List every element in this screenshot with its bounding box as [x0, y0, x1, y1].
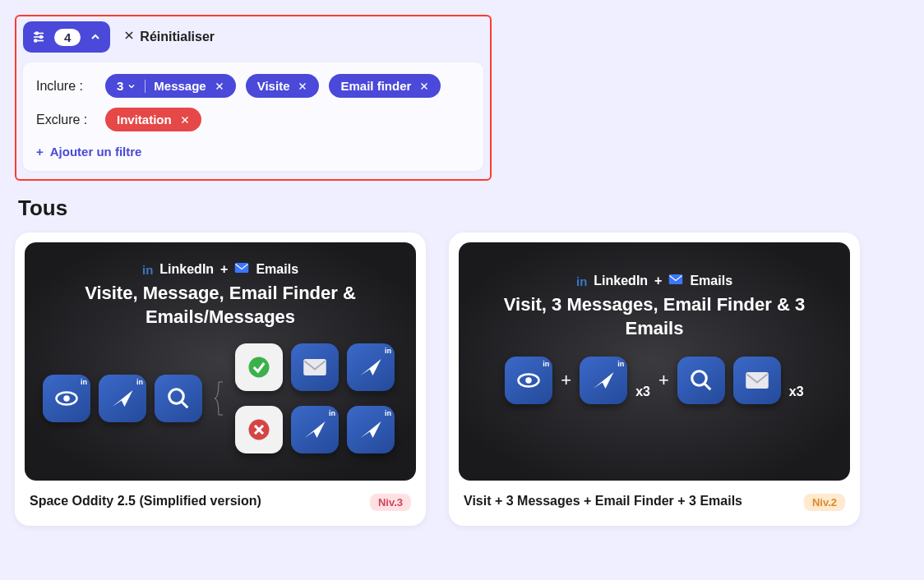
- level-badge: Niv.2: [804, 494, 845, 511]
- chip-remove[interactable]: [298, 81, 307, 91]
- sliders-icon: [31, 30, 46, 44]
- message-icon: in: [99, 375, 146, 422]
- svg-point-5: [35, 39, 37, 42]
- chip-label: Visite: [257, 79, 290, 93]
- hero-emails-label: Emails: [256, 262, 298, 277]
- search-icon: [155, 375, 202, 422]
- svg-point-28: [526, 377, 533, 384]
- svg-point-18: [63, 395, 70, 402]
- hero-title: Visite, Message, Email Finder & Emails/M…: [43, 282, 398, 329]
- message-icon: in: [291, 406, 339, 453]
- plus-icon: +: [36, 145, 44, 159]
- message-icon: in: [580, 357, 627, 404]
- svg-rect-31: [746, 372, 769, 389]
- hero-title: Visit, 3 Messages, Email Finder & 3 Emai…: [477, 293, 832, 340]
- cards-row: in LinkedIn + Emails Visite, Message, Em…: [15, 232, 909, 526]
- filter-header: 4 Réinitialiser: [23, 21, 483, 53]
- exclude-chip-invitation[interactable]: Invitation: [105, 108, 201, 131]
- section-title: Tous: [18, 196, 909, 221]
- visit-icon: in: [43, 375, 90, 422]
- svg-point-3: [40, 36, 43, 39]
- workflow-diagram: in + in x3 + x3: [477, 357, 832, 404]
- chip-dropdown[interactable]: 3: [117, 79, 136, 93]
- svg-line-30: [705, 384, 711, 390]
- include-chip-visite[interactable]: Visite: [246, 74, 320, 98]
- svg-line-20: [182, 402, 188, 408]
- message-icon: in: [347, 343, 395, 391]
- chevron-up-icon: [89, 30, 102, 44]
- hero-linkedin-label: LinkedIn: [594, 274, 648, 288]
- message-icon: in: [347, 406, 395, 453]
- email-icon: [291, 343, 339, 391]
- template-card[interactable]: in LinkedIn + Emails Visit, 3 Messages, …: [449, 232, 860, 526]
- svg-point-29: [692, 371, 707, 386]
- multiplier-label: x3: [789, 384, 804, 399]
- envelope-icon: [668, 274, 683, 288]
- chip-dropdown-value: 3: [117, 79, 123, 93]
- chip-remove[interactable]: [419, 81, 429, 91]
- email-icon: [733, 357, 781, 404]
- exclude-label: Exclure :: [36, 113, 95, 127]
- hero-channels: in LinkedIn + Emails: [43, 262, 398, 277]
- card-footer: Space Oddity 2.5 (Simplified version) Ni…: [15, 490, 426, 526]
- close-icon: [123, 30, 135, 44]
- card-hero: in LinkedIn + Emails Visite, Message, Em…: [25, 242, 416, 481]
- chip-label: Email finder: [340, 79, 411, 93]
- svg-point-1: [35, 32, 38, 35]
- svg-point-19: [169, 389, 184, 404]
- hero-plus: +: [654, 274, 662, 288]
- branch-connector: [210, 374, 227, 423]
- plus-icon: +: [561, 370, 571, 391]
- reset-label: Réinitialiser: [140, 30, 215, 44]
- filter-count: 4: [54, 29, 81, 46]
- exclude-row: Exclure : Invitation: [36, 108, 470, 131]
- linkedin-icon: in: [576, 274, 587, 288]
- hero-channels: in LinkedIn + Emails: [477, 274, 832, 288]
- level-badge: Niv.3: [370, 494, 411, 511]
- reset-button[interactable]: Réinitialiser: [123, 30, 215, 44]
- add-filter-button[interactable]: + Ajouter un filtre: [36, 145, 141, 159]
- card-title: Visit + 3 Messages + Email Finder + 3 Em…: [464, 494, 742, 509]
- multiplier-label: x3: [635, 384, 650, 399]
- chip-label: Message: [154, 79, 206, 93]
- filter-toggle[interactable]: 4: [23, 21, 110, 53]
- plus-icon: +: [658, 370, 669, 391]
- workflow-diagram: in in: [43, 343, 398, 453]
- filter-panel: 4 Réinitialiser Inclure : 3 Mes: [15, 15, 492, 181]
- svg-rect-16: [235, 263, 249, 273]
- card-footer: Visit + 3 Messages + Email Finder + 3 Em…: [449, 490, 860, 526]
- filter-body: Inclure : 3 Message Visite Email: [23, 62, 483, 171]
- search-icon: [677, 357, 725, 404]
- envelope-icon: [234, 262, 249, 277]
- hero-emails-label: Emails: [690, 274, 732, 288]
- include-chip-email-finder[interactable]: Email finder: [329, 74, 441, 98]
- chip-divider: [145, 80, 146, 93]
- add-filter-label: Ajouter un filtre: [50, 145, 142, 159]
- visit-icon: in: [505, 357, 552, 404]
- template-card[interactable]: in LinkedIn + Emails Visite, Message, Em…: [15, 232, 426, 526]
- hero-linkedin-label: LinkedIn: [159, 262, 214, 277]
- include-chip-message[interactable]: 3 Message: [105, 74, 236, 98]
- include-label: Inclure :: [36, 79, 95, 94]
- chip-remove[interactable]: [180, 115, 190, 125]
- svg-rect-26: [669, 274, 683, 284]
- chip-remove[interactable]: [215, 81, 224, 91]
- card-title: Space Oddity 2.5 (Simplified version): [30, 494, 261, 509]
- svg-rect-22: [303, 359, 326, 375]
- linkedin-icon: in: [142, 263, 153, 277]
- include-row: Inclure : 3 Message Visite Email: [36, 74, 470, 98]
- chip-label: Invitation: [117, 113, 172, 127]
- success-icon: [235, 343, 283, 391]
- hero-plus: +: [220, 262, 228, 277]
- fail-icon: [235, 406, 283, 453]
- svg-point-21: [249, 357, 270, 378]
- card-hero: in LinkedIn + Emails Visit, 3 Messages, …: [459, 242, 850, 481]
